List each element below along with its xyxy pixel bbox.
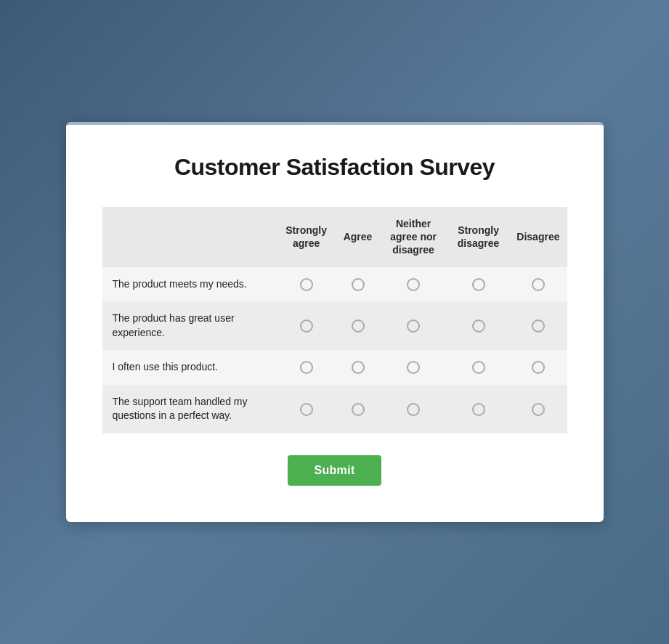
radio-cell-q2-strongly-agree[interactable] (277, 301, 336, 350)
radio-cell-q2-neither[interactable] (379, 301, 447, 350)
radio-q3-disagree[interactable] (532, 361, 545, 374)
radio-q4-strongly-disagree[interactable] (472, 403, 485, 416)
radio-cell-q3-neither[interactable] (379, 350, 447, 385)
radio-q4-strongly-agree[interactable] (300, 403, 313, 416)
radio-q1-strongly-disagree[interactable] (472, 278, 485, 291)
question-text-q4: The support team handled my questions in… (102, 385, 277, 433)
radio-cell-q1-strongly-disagree[interactable] (447, 267, 510, 302)
radio-q3-strongly-disagree[interactable] (472, 361, 485, 374)
radio-cell-q2-agree[interactable] (336, 301, 380, 350)
radio-q1-neither[interactable] (407, 278, 420, 291)
radio-cell-q4-agree[interactable] (336, 385, 380, 433)
radio-q3-neither[interactable] (407, 361, 420, 374)
radio-cell-q1-agree[interactable] (336, 267, 380, 302)
survey-title: Customer Satisfaction Survey (102, 154, 567, 181)
radio-q1-disagree[interactable] (532, 278, 545, 291)
radio-q2-strongly-agree[interactable] (300, 319, 313, 333)
col-header-strongly-disagree: Strongly disagree (447, 207, 510, 267)
col-header-agree: Agree (336, 207, 380, 267)
table-row: The support team handled my questions in… (102, 385, 567, 433)
radio-cell-q2-disagree[interactable] (509, 301, 567, 350)
col-header-neither: Neither agree nor disagree (379, 207, 447, 267)
radio-cell-q2-strongly-disagree[interactable] (447, 301, 510, 350)
radio-cell-q3-disagree[interactable] (509, 350, 567, 385)
col-header-question (102, 207, 277, 267)
radio-cell-q4-neither[interactable] (379, 385, 447, 433)
radio-q2-neither[interactable] (407, 319, 420, 333)
radio-cell-q4-strongly-disagree[interactable] (447, 385, 510, 433)
question-text-q3: I often use this product. (102, 350, 277, 385)
radio-cell-q3-agree[interactable] (336, 350, 380, 385)
radio-cell-q1-strongly-agree[interactable] (277, 267, 336, 302)
survey-table: Strongly agree Agree Neither agree nor d… (102, 207, 567, 433)
radio-q4-neither[interactable] (407, 403, 420, 416)
survey-card: Customer Satisfaction Survey Strongly ag… (66, 122, 604, 522)
radio-q3-strongly-agree[interactable] (300, 361, 313, 374)
radio-q4-agree[interactable] (352, 403, 365, 416)
submit-row: Submit (102, 455, 567, 486)
radio-cell-q1-disagree[interactable] (509, 267, 567, 302)
radio-cell-q3-strongly-agree[interactable] (277, 350, 336, 385)
radio-q2-agree[interactable] (352, 319, 365, 333)
submit-button[interactable]: Submit (288, 455, 381, 486)
radio-cell-q3-strongly-disagree[interactable] (447, 350, 510, 385)
table-header-row: Strongly agree Agree Neither agree nor d… (102, 207, 567, 267)
question-text-q1: The product meets my needs. (102, 267, 277, 302)
table-row: I often use this product. (102, 350, 567, 385)
col-header-disagree: Disagree (509, 207, 567, 267)
radio-q2-disagree[interactable] (532, 319, 545, 333)
radio-cell-q4-disagree[interactable] (509, 385, 567, 433)
radio-cell-q4-strongly-agree[interactable] (277, 385, 336, 433)
radio-q3-agree[interactable] (352, 361, 365, 374)
radio-q1-strongly-agree[interactable] (300, 278, 313, 291)
col-header-strongly-agree: Strongly agree (277, 207, 336, 267)
table-row: The product meets my needs. (102, 267, 567, 302)
question-text-q2: The product has great user experience. (102, 301, 277, 350)
radio-cell-q1-neither[interactable] (379, 267, 447, 302)
radio-q1-agree[interactable] (352, 278, 365, 291)
radio-q2-strongly-disagree[interactable] (472, 319, 485, 333)
radio-q4-disagree[interactable] (532, 403, 545, 416)
table-row: The product has great user experience. (102, 301, 567, 350)
